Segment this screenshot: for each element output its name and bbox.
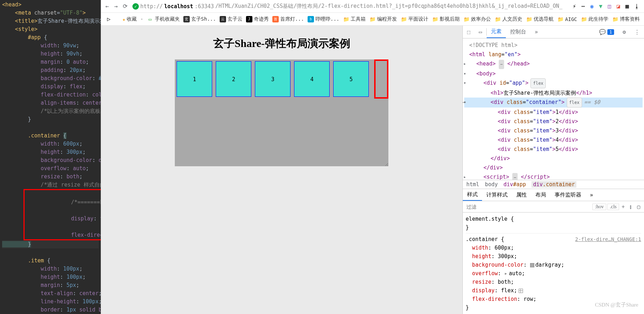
bookmarks-bar: ▷ ★收藏 • ▭手机收藏夹 玄玄子Sh... 云玄子云 J奇迹秀 首首席灯..… [101, 13, 644, 26]
flex-container[interactable]: 1 2 3 4 5 [175, 59, 388, 166]
ext-icon-2[interactable]: ▼ [599, 3, 603, 10]
subtab-styles[interactable]: 样式 [463, 189, 482, 201]
browser-pane: ← → ⟳ ✓ http://localhost:63343/HTML/Xuan… [101, 0, 644, 314]
tab-console[interactable]: 控制台 [506, 26, 530, 38]
page-title: 玄子Share-弹性布局演示案例 [213, 36, 350, 51]
flex-item: 4 [294, 61, 330, 97]
bookmark[interactable]: b哔哩哔... [308, 16, 339, 22]
cls-button[interactable]: .cls [607, 204, 619, 210]
device-icon[interactable]: ▭ [475, 26, 486, 38]
bookmark[interactable]: 首首席灯... [272, 16, 304, 22]
apps-icon[interactable]: ▦ [625, 3, 629, 10]
bookmark-folder[interactable]: 📁影视后期 [432, 16, 460, 22]
code-line: <head> [2, 1, 21, 8]
bookmark-folder[interactable]: 📁人文历史 [494, 16, 522, 22]
flex-item: 5 [333, 61, 369, 97]
bookmark-folder[interactable]: 📁效率办公 [463, 16, 491, 22]
ext-icon-1[interactable]: ◉ [590, 3, 594, 10]
reload-button[interactable]: ⟳ [123, 3, 127, 10]
subtab-box[interactable]: 布局 [531, 189, 550, 201]
styles-filter: :hov .cls ＋ ⫿ ▢ [463, 201, 644, 213]
hov-button[interactable]: :hov [592, 204, 606, 210]
bookmark-folder[interactable]: 📁此生待学 [581, 16, 608, 22]
flex-item: 2 [216, 61, 251, 97]
bookmark[interactable]: 玄玄子Sh... [183, 16, 216, 22]
page-viewport: 玄子Share-弹性布局演示案例 1 2 3 4 5 [101, 26, 462, 314]
code-editor: <head> <meta charset="UTF-8"> <title>玄子S… [0, 0, 101, 314]
elements-tree[interactable]: <!DOCTYPE html> <html lang="en"> ▸<head>… [463, 38, 644, 180]
bookmark[interactable]: ▭手机收藏夹 [147, 16, 180, 22]
highlight-outline [374, 59, 388, 99]
styles-pane[interactable]: element.style { } 2-flex-dire…N_CHANGE:1… [463, 213, 644, 314]
subtab-listeners[interactable]: 事件监听器 [550, 189, 586, 201]
bookmark[interactable]: 云玄子云 [220, 16, 242, 22]
lightning-icon[interactable]: ⚡ [572, 3, 576, 10]
settings-icon[interactable]: ⚙ [618, 26, 630, 38]
selected-node[interactable]: ⋯▾<div class="container">flex== $0 [464, 98, 643, 108]
kebab-icon[interactable]: ⋮ [630, 26, 644, 38]
bookmark[interactable]: J奇迹秀 [246, 16, 269, 22]
more-icon[interactable]: ⋯ [581, 3, 585, 10]
subtab-layout[interactable]: 属性 [512, 189, 531, 201]
computed-panel-icon[interactable]: ⫿ [627, 204, 635, 210]
panel-toggle-icon[interactable]: ▢ [635, 204, 643, 210]
nav-toolbar: ← → ⟳ ✓ http://localhost:63343/HTML/Xuan… [101, 0, 644, 13]
bookmark-folder[interactable]: 📁编程开发 [369, 16, 397, 22]
download-icon[interactable]: ⭳ [634, 3, 640, 10]
flex-item: 1 [177, 61, 212, 97]
devtools-tabs: ⬚ ▭ 元素 控制台 » 💬1 ⚙ ⋮ [463, 26, 644, 38]
bookmark-folder[interactable]: 📁AIGC [557, 16, 577, 22]
ext-icon-3[interactable]: ◫ [608, 3, 612, 10]
ext-icon-4[interactable]: ◪ [617, 3, 621, 10]
subtab-computed[interactable]: 计算样式 [482, 189, 512, 201]
filter-input[interactable] [464, 204, 591, 210]
bookmark-folder[interactable]: 📁博客资料 [612, 16, 640, 22]
devtools-panel: ⬚ ▭ 元素 控制台 » 💬1 ⚙ ⋮ <!DOCTYPE html> <htm… [462, 26, 644, 314]
tab-elements[interactable]: 元素 [487, 26, 506, 38]
back-button[interactable]: ← [105, 3, 109, 10]
add-rule-icon[interactable]: ＋ [619, 203, 627, 210]
lock-icon: ✓ [132, 3, 139, 10]
url-bar[interactable]: ✓ http://localhost:63343/HTML/XuanZi/CH0… [132, 3, 562, 10]
flex-item: 3 [255, 61, 290, 97]
styles-tabs: 样式 计算样式 属性 布局 事件监听器 » [463, 189, 644, 201]
breadcrumb[interactable]: html body div#app div.container [463, 180, 644, 189]
tab-more[interactable]: » [530, 26, 542, 38]
sidebar-icon[interactable]: ▷ [105, 16, 112, 23]
bookmark-folder[interactable]: 📁工具箱 [343, 16, 366, 22]
forward-button[interactable]: → [114, 3, 118, 10]
bookmark-folder[interactable]: 📁平面设计 [400, 16, 428, 22]
favorites[interactable]: ★收藏 [122, 16, 137, 22]
inspect-icon[interactable]: ⬚ [463, 26, 475, 38]
bookmark-folder[interactable]: 📁优选导航 [526, 16, 554, 22]
messages-badge[interactable]: 💬1 [595, 26, 618, 38]
subtab-more[interactable]: » [586, 189, 597, 201]
